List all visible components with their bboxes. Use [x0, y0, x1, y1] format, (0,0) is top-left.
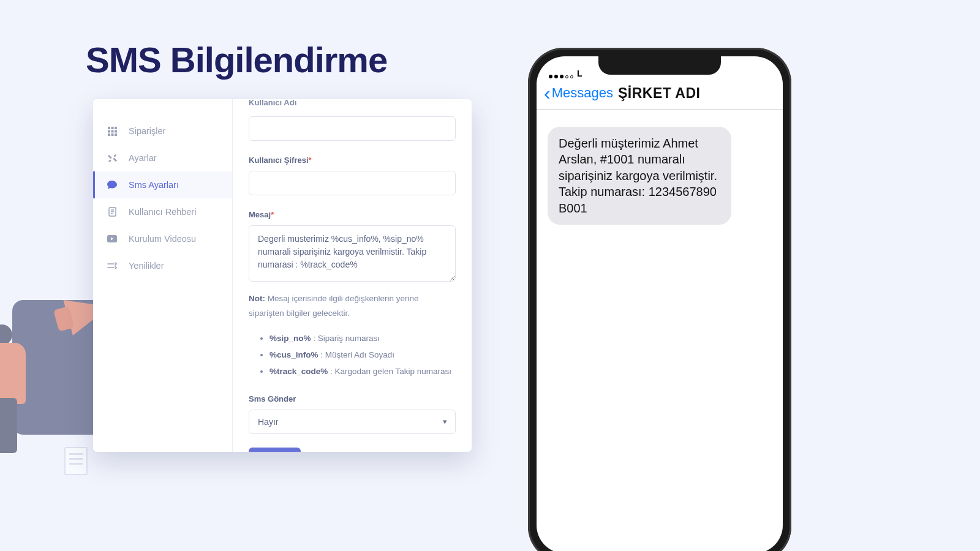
updates-icon: [107, 260, 118, 271]
svg-rect-6: [108, 133, 110, 136]
carrier-label: L: [577, 69, 582, 78]
variable-item: %track_code% : Kargodan gelen Takip numa…: [270, 363, 456, 380]
incoming-message-bubble: Değerli müşterimiz Ahmet Arslan, #1001 n…: [548, 127, 731, 225]
sidebar-item-changelog[interactable]: Yenilikler: [93, 252, 232, 279]
sidebar-item-settings[interactable]: Ayarlar: [93, 144, 232, 171]
messages-navbar: ‹ Messages ŞİRKET ADI: [537, 80, 783, 110]
sidebar-item-label: Siparişler: [129, 126, 165, 136]
sms-send-label: Sms Gönder: [249, 394, 456, 403]
variables-list: %sip_no% : Sipariş numarası %cus_info% :…: [270, 330, 456, 380]
sidebar-item-label: Kurulum Videosu: [129, 234, 196, 244]
sidebar-item-label: Kullanıcı Rehberi: [129, 207, 196, 217]
variable-item: %sip_no% : Sipariş numarası: [270, 330, 456, 347]
chat-icon: [107, 179, 118, 190]
svg-rect-7: [111, 133, 113, 136]
chevron-left-icon[interactable]: ‹: [544, 83, 551, 103]
video-icon: [107, 233, 118, 244]
svg-rect-5: [115, 130, 117, 132]
password-input[interactable]: [249, 171, 456, 195]
username-label-cut: Kullanıcı Adı: [249, 99, 296, 107]
sidebar: Siparişler Ayarlar Sms Ayarları Kullanıc…: [93, 99, 233, 452]
svg-rect-2: [115, 127, 117, 129]
signal-icon: [549, 75, 573, 78]
save-button[interactable]: Kaydet: [249, 448, 301, 452]
svg-rect-8: [115, 133, 117, 136]
sidebar-item-label: Yenilikler: [129, 261, 164, 271]
variable-item: %cus_info% : Müşteri Adı Soyadı: [270, 347, 456, 363]
message-label: Mesaj*: [249, 210, 456, 219]
sms-settings-form: Kullanıcı Adı Kullanıcı Şifresi* Mesaj* …: [233, 99, 472, 452]
page-title: SMS Bilgilendirme: [86, 39, 387, 80]
tools-icon: [107, 152, 118, 163]
grid-icon: [107, 126, 118, 137]
username-input[interactable]: [249, 116, 456, 141]
password-label: Kullanıcı Şifresi*: [249, 156, 456, 165]
message-textarea[interactable]: [249, 225, 456, 282]
sidebar-item-orders[interactable]: Siparişler: [93, 118, 232, 144]
svg-rect-3: [108, 130, 110, 132]
svg-rect-4: [111, 130, 113, 132]
sidebar-item-install-video[interactable]: Kurulum Videosu: [93, 225, 232, 252]
sms-send-select[interactable]: Hayır: [249, 410, 456, 434]
sidebar-item-label: Ayarlar: [129, 153, 157, 163]
document-icon: [107, 206, 118, 217]
svg-rect-0: [108, 127, 110, 129]
variables-note: Not: Mesaj içerisinde ilgili değişkenler…: [249, 291, 456, 321]
svg-rect-1: [111, 127, 113, 129]
sidebar-item-label: Sms Ayarları: [129, 180, 179, 190]
phone-mockup: L ‹ Messages ŞİRKET ADI Değerli müşterim…: [528, 48, 791, 551]
contact-name: ŞİRKET ADI: [618, 85, 701, 102]
admin-panel-card: Siparişler Ayarlar Sms Ayarları Kullanıc…: [93, 99, 472, 452]
sidebar-item-user-guide[interactable]: Kullanıcı Rehberi: [93, 198, 232, 225]
back-button-label[interactable]: Messages: [552, 85, 613, 101]
phone-notch: [598, 56, 721, 75]
sidebar-item-sms-settings[interactable]: Sms Ayarları: [93, 171, 232, 198]
